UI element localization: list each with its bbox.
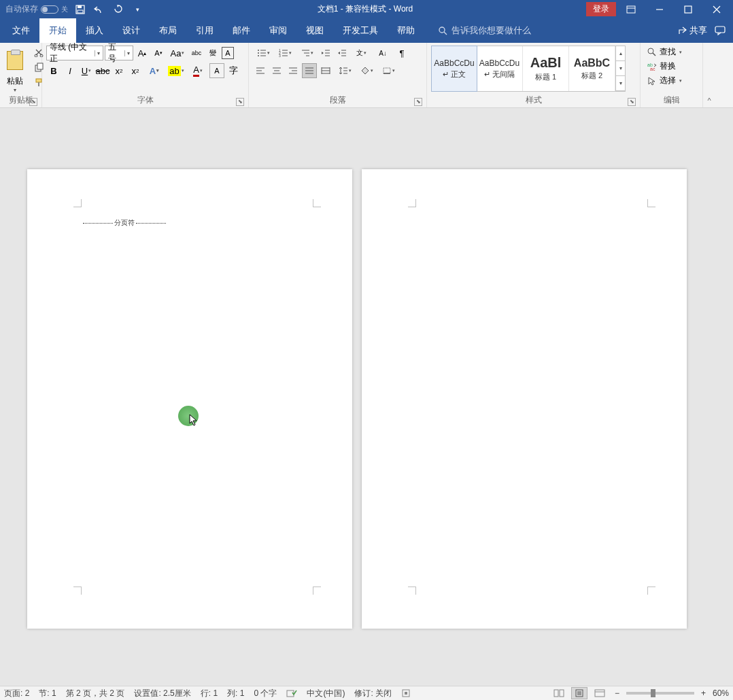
select-button[interactable]: 选择▾ — [645, 74, 685, 87]
page-2[interactable] — [362, 169, 687, 629]
styles-launcher[interactable]: ⬊ — [628, 98, 636, 106]
undo-icon[interactable] — [92, 3, 106, 16]
tab-file[interactable]: 文件 — [3, 18, 39, 43]
styles-gallery[interactable]: AaBbCcDu ↵ 正文 AaBbCcDu ↵ 无间隔 AaBl 标题 1 A… — [431, 46, 626, 92]
text-direction-icon[interactable]: 文▾ — [351, 46, 371, 60]
tab-insert[interactable]: 插入 — [76, 18, 113, 43]
line-spacing-icon[interactable]: ▾ — [335, 63, 355, 78]
collapse-ribbon-icon[interactable]: ^ — [703, 43, 715, 107]
font-name-combo[interactable]: 等线 (中文正▾ — [46, 46, 103, 60]
style-heading1[interactable]: AaBl 标题 1 — [523, 46, 569, 91]
multilevel-list-icon[interactable]: ▾ — [296, 46, 317, 60]
font-size-combo[interactable]: 五号▾ — [105, 46, 133, 60]
tab-design[interactable]: 设计 — [113, 18, 150, 43]
sort-icon[interactable]: A↓ — [373, 46, 393, 60]
comments-icon[interactable] — [714, 25, 726, 36]
login-button[interactable]: 登录 — [586, 2, 616, 16]
shrink-font-icon[interactable]: A▾ — [151, 46, 166, 60]
save-icon[interactable] — [73, 3, 87, 16]
bold-icon[interactable]: B — [46, 63, 61, 78]
document-area[interactable]: 分页符 — [0, 108, 733, 686]
replace-button[interactable]: abac 替换 — [645, 60, 685, 73]
view-read-icon[interactable] — [551, 687, 567, 699]
gallery-up-icon[interactable]: ▴ — [616, 46, 625, 61]
status-page[interactable]: 页面: 2 — [4, 688, 29, 699]
autosave-toggle[interactable]: 自动保存 关 — [5, 3, 68, 15]
status-section[interactable]: 节: 1 — [39, 688, 56, 699]
zoom-in-icon[interactable]: + — [698, 688, 709, 698]
grow-font-icon[interactable]: A▴ — [135, 46, 150, 60]
view-web-icon[interactable] — [592, 687, 608, 699]
tab-help[interactable]: 帮助 — [388, 18, 424, 43]
style-heading2[interactable]: AaBbC 标题 2 — [569, 46, 615, 91]
subscript-icon[interactable]: x2 — [112, 63, 126, 78]
superscript-icon[interactable]: x2 — [128, 63, 143, 78]
svg-rect-11 — [715, 27, 725, 33]
align-left-icon[interactable] — [253, 63, 268, 78]
zoom-slider[interactable] — [626, 692, 694, 695]
bullets-icon[interactable]: ▾ — [253, 46, 273, 60]
enclose-char-icon[interactable]: A — [222, 47, 234, 59]
gallery-down-icon[interactable]: ▾ — [616, 61, 625, 76]
tab-references[interactable]: 引用 — [186, 18, 223, 43]
decrease-indent-icon[interactable] — [318, 46, 333, 60]
status-column[interactable]: 列: 1 — [227, 688, 244, 699]
increase-indent-icon[interactable] — [335, 46, 350, 60]
status-page-of[interactable]: 第 2 页，共 2 页 — [66, 688, 125, 699]
numbering-icon[interactable]: 123▾ — [275, 46, 295, 60]
group-paragraph: ▾ 123▾ ▾ 文▾ A↓ ¶ ▾ ▾ ▾ — [249, 43, 427, 107]
align-right-icon[interactable] — [286, 63, 301, 78]
justify-icon[interactable] — [302, 63, 317, 78]
share-button[interactable]: 共享 — [677, 24, 707, 37]
clipboard-launcher[interactable]: ⬊ — [29, 98, 37, 106]
underline-icon[interactable]: U▾ — [79, 63, 94, 78]
tab-review[interactable]: 审阅 — [260, 18, 296, 43]
style-no-spacing[interactable]: AaBbCcDu ↵ 无间隔 — [477, 46, 523, 91]
italic-icon[interactable]: I — [63, 63, 78, 78]
tab-view[interactable]: 视图 — [296, 18, 333, 43]
tab-layout[interactable]: 布局 — [150, 18, 186, 43]
text-effects-icon[interactable]: A▾ — [144, 63, 165, 78]
find-button[interactable]: 查找▾ — [645, 46, 685, 58]
zoom-out-icon[interactable]: − — [612, 688, 622, 698]
distribute-icon[interactable] — [318, 63, 333, 78]
tab-developer[interactable]: 开发工具 — [333, 18, 388, 43]
char-shading-icon[interactable]: A — [209, 63, 224, 78]
maximize-icon[interactable] — [675, 0, 702, 18]
highlight-icon[interactable]: ab▾ — [166, 63, 186, 78]
tab-home[interactable]: 开始 — [39, 18, 76, 43]
shading-icon[interactable]: ▾ — [356, 63, 377, 78]
align-center-icon[interactable] — [269, 63, 284, 78]
paste-button[interactable] — [4, 46, 26, 75]
font-launcher[interactable]: ⬊ — [236, 98, 244, 106]
status-language[interactable]: 中文(中国) — [307, 688, 345, 699]
paragraph-launcher[interactable]: ⬊ — [414, 98, 422, 106]
phonetic-guide-icon[interactable]: abc — [189, 46, 204, 60]
status-macro-icon[interactable] — [401, 688, 411, 698]
status-track[interactable]: 修订: 关闭 — [354, 688, 392, 699]
tell-me-search[interactable]: 告诉我你想要做什么 — [424, 18, 531, 43]
status-position[interactable]: 设置值: 2.5厘米 — [134, 688, 190, 699]
font-color-icon[interactable]: A▾ — [188, 63, 208, 78]
tab-mailings[interactable]: 邮件 — [223, 18, 260, 43]
borders-icon[interactable]: ▾ — [378, 63, 398, 78]
view-print-icon[interactable] — [571, 687, 587, 699]
status-words[interactable]: 0 个字 — [254, 688, 277, 699]
minimize-icon[interactable] — [646, 0, 673, 18]
paste-label[interactable]: 粘贴 — [7, 75, 23, 87]
page-1[interactable]: 分页符 — [27, 169, 352, 629]
redo-icon[interactable] — [112, 3, 125, 16]
clear-format-icon[interactable]: 變 — [205, 46, 220, 60]
strikethrough-icon[interactable]: abc — [95, 63, 110, 78]
gallery-more-icon[interactable]: ▾ — [616, 76, 625, 91]
zoom-level[interactable]: 60% — [713, 688, 729, 698]
ribbon-display-icon[interactable] — [617, 0, 645, 18]
style-normal[interactable]: AaBbCcDu ↵ 正文 — [431, 46, 477, 92]
status-spell-icon[interactable] — [286, 688, 297, 698]
status-line[interactable]: 行: 1 — [201, 688, 218, 699]
close-icon[interactable] — [703, 0, 730, 18]
qat-customize-icon[interactable]: ▾ — [131, 3, 144, 16]
change-case-icon[interactable]: Aa▾ — [167, 46, 188, 60]
char-border-icon[interactable]: 字 — [226, 63, 241, 78]
show-marks-icon[interactable]: ¶ — [394, 46, 409, 60]
